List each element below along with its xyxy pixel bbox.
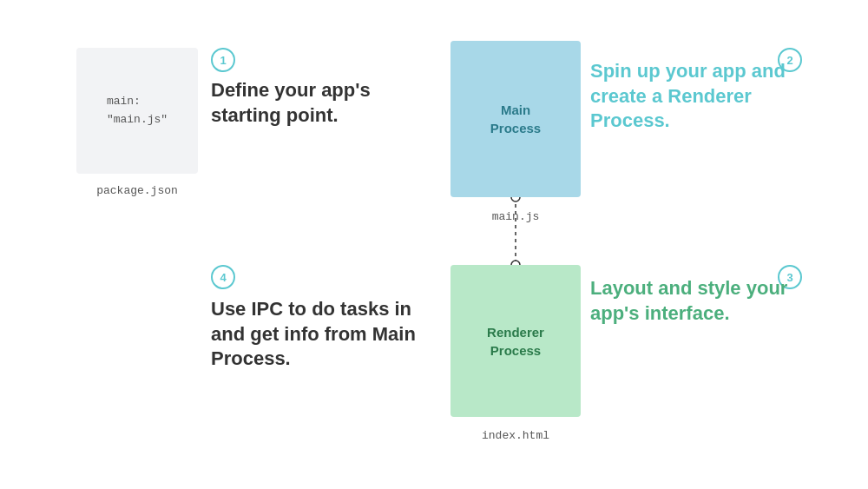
step1-title: Define your app's starting point. <box>211 78 419 128</box>
renderer-process-box: Renderer Process <box>450 265 581 417</box>
renderer-process-label: index.html <box>450 429 581 442</box>
step4-title: Use IPC to do tasks in and get info from… <box>211 297 419 372</box>
package-card-content: main: "main.js" <box>107 93 168 129</box>
main-process-label: main.js <box>450 210 581 223</box>
step2-title: Spin up your app and create a Renderer P… <box>590 59 807 134</box>
package-json-card: main: "main.js" <box>76 48 198 174</box>
renderer-process-text: Renderer Process <box>487 323 544 360</box>
step3-label: Layout and style your app's interface. <box>590 276 807 326</box>
step1-circle: 1 <box>211 48 235 72</box>
step1-label: Define your app's starting point. <box>211 78 419 128</box>
step2-label: Spin up your app and create a Renderer P… <box>590 59 807 134</box>
step4-circle: 4 <box>211 265 235 289</box>
main-process-box: Main Process <box>450 41 581 197</box>
step3-title: Layout and style your app's interface. <box>590 276 807 326</box>
package-json-label: package.json <box>76 184 198 197</box>
step4-label: Use IPC to do tasks in and get info from… <box>211 297 419 372</box>
diagram-container: main: "main.js" package.json 1 Define yo… <box>0 0 868 489</box>
main-process-text: Main Process <box>490 101 541 137</box>
